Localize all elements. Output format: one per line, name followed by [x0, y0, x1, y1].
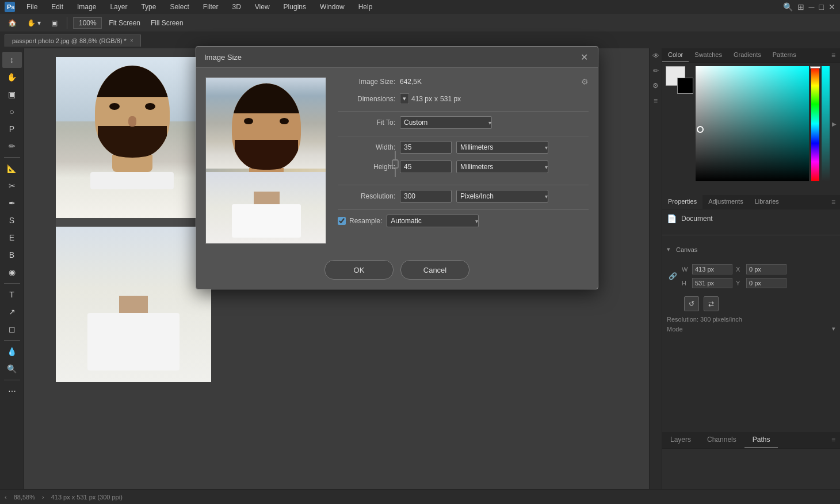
close-btn[interactable]: ✕: [828, 2, 835, 12]
preview-hair: [232, 83, 301, 113]
clone-stamp-tool[interactable]: E: [2, 230, 22, 246]
magic-wand-tool[interactable]: ✏: [2, 138, 22, 154]
hand-tool[interactable]: ✋: [2, 69, 22, 85]
libraries-tab[interactable]: Libraries: [749, 195, 785, 209]
fit-screen-btn[interactable]: Fit Screen: [105, 17, 144, 29]
layers-tab[interactable]: Layers: [662, 432, 699, 448]
home-btn[interactable]: 🏠: [5, 17, 20, 29]
minimize-btn[interactable]: ─: [809, 2, 815, 12]
hand-tool-btn[interactable]: ✋ ▾: [24, 17, 44, 29]
width-unit-select[interactable]: Millimeters: [456, 141, 548, 154]
width-input[interactable]: [400, 141, 452, 154]
preview-bottom-person: [232, 192, 301, 238]
select-ellipse-tool[interactable]: ○: [2, 104, 22, 120]
patterns-tab[interactable]: Patterns: [767, 48, 802, 62]
svg-rect-2: [392, 160, 398, 168]
gradient-tool[interactable]: ◉: [2, 264, 22, 280]
channels-tab[interactable]: Channels: [699, 432, 744, 448]
zoom-input[interactable]: [73, 17, 102, 29]
menu-type[interactable]: Type: [139, 2, 158, 12]
brush-tool[interactable]: S: [2, 212, 22, 228]
status-nav-right[interactable]: ›: [42, 494, 44, 501]
resolution-unit-select[interactable]: Pixels/Inch: [456, 190, 548, 203]
gear-icon[interactable]: ⚙: [581, 77, 589, 86]
canvas-flip-icon[interactable]: ⇄: [704, 296, 719, 311]
move-tool[interactable]: ↕: [2, 52, 22, 68]
canvas-width-input[interactable]: [692, 264, 732, 274]
eraser-tool[interactable]: B: [2, 247, 22, 263]
resample-checkbox[interactable]: [338, 217, 346, 225]
document-tab[interactable]: passport photo 2.jpg @ 88,6% (RGB/8) * ×: [5, 35, 141, 47]
lasso-tool[interactable]: P: [2, 121, 22, 137]
color-expand-arrow[interactable]: ▶: [832, 66, 837, 181]
search-icon[interactable]: 🔍: [783, 2, 793, 12]
canvas-x-input[interactable]: [746, 264, 786, 274]
menu-view[interactable]: View: [253, 2, 272, 12]
menu-window[interactable]: Window: [318, 2, 347, 12]
status-nav-left[interactable]: ‹: [5, 494, 7, 501]
mode-expand-icon[interactable]: ▾: [832, 325, 835, 333]
menu-select[interactable]: Select: [167, 2, 191, 12]
canvas-height-input[interactable]: [692, 278, 732, 288]
cancel-button[interactable]: Cancel: [400, 260, 469, 280]
properties-tab[interactable]: Properties: [662, 195, 702, 209]
dimensions-dropdown[interactable]: ▾: [400, 93, 409, 104]
maximize-btn[interactable]: □: [819, 2, 824, 12]
zoom-tool[interactable]: 🔍: [2, 361, 22, 377]
swatches-tab[interactable]: Swatches: [689, 48, 728, 62]
dialog-footer: OK Cancel: [196, 253, 598, 289]
height-unit-wrap: Millimeters ▾: [456, 161, 551, 173]
height-unit-select[interactable]: Millimeters: [456, 161, 548, 173]
healing-tool[interactable]: ✒: [2, 195, 22, 211]
path-selection-tool[interactable]: ↗: [2, 304, 22, 320]
canvas-title[interactable]: ▾ Canvas: [667, 243, 835, 255]
eyedropper-tool[interactable]: ✂: [2, 178, 22, 194]
text-tool[interactable]: T: [2, 287, 22, 303]
crop-tool[interactable]: 📐: [2, 161, 22, 177]
brush-panel-icon[interactable]: ✏: [651, 66, 661, 76]
gradients-tab[interactable]: Gradients: [728, 48, 767, 62]
layers-more[interactable]: ≡: [827, 432, 840, 448]
adjust-panel-icon[interactable]: ≡: [651, 96, 661, 106]
adjustments-tab[interactable]: Adjustments: [702, 195, 749, 209]
menu-plugins[interactable]: Plugins: [281, 2, 308, 12]
preview-beard: [235, 140, 298, 170]
resolution-input[interactable]: [400, 190, 452, 203]
ok-button[interactable]: OK: [324, 260, 394, 280]
arrange-btn[interactable]: ▣: [48, 17, 61, 29]
shape-tool[interactable]: ◻: [2, 321, 22, 337]
menu-file[interactable]: File: [24, 2, 40, 12]
paths-tab[interactable]: Paths: [744, 432, 778, 448]
color-gradient-picker[interactable]: [696, 66, 809, 181]
menu-3d[interactable]: 3D: [230, 2, 243, 12]
arrange-icon[interactable]: ⊞: [797, 2, 804, 12]
dialog-close-btn[interactable]: ✕: [578, 51, 590, 63]
color-tab[interactable]: Color: [662, 48, 689, 62]
canvas-width-row: W X: [682, 264, 786, 274]
settings-panel-icon[interactable]: ⚙: [651, 81, 661, 91]
mode-label: Mode: [667, 326, 683, 333]
fill-tool[interactable]: 💧: [2, 343, 22, 360]
menu-image[interactable]: Image: [75, 2, 98, 12]
menu-filter[interactable]: Filter: [201, 2, 221, 12]
menu-help[interactable]: Help: [356, 2, 375, 12]
canvas-y-input[interactable]: [746, 278, 786, 288]
alpha-slider[interactable]: [822, 66, 830, 181]
prop-panel-more[interactable]: ≡: [827, 195, 840, 209]
select-rect-tool[interactable]: ▣: [2, 86, 22, 102]
menu-edit[interactable]: Edit: [49, 2, 66, 12]
more-tools-btn[interactable]: ⋯: [2, 383, 22, 399]
background-swatch[interactable]: [677, 78, 693, 94]
eyedropper-panel-icon[interactable]: 👁: [651, 51, 661, 61]
fill-screen-btn[interactable]: Fill Screen: [147, 17, 187, 29]
resolution-display: Resolution: 300 pixels/inch: [667, 316, 835, 323]
left-toolbar: ↕ ✋ ▣ ○ P ✏ 📐 ✂ ✒ S E B ◉ T ↗ ◻ 💧 🔍 ⋯: [0, 48, 24, 489]
color-panel-more[interactable]: ≡: [827, 48, 840, 62]
tab-close-btn[interactable]: ×: [130, 37, 133, 44]
hue-slider[interactable]: [811, 66, 819, 181]
menu-layer[interactable]: Layer: [108, 2, 129, 12]
resample-method-select[interactable]: Automatic: [387, 215, 479, 227]
fit-to-select[interactable]: Custom: [400, 116, 492, 129]
height-input[interactable]: [400, 161, 452, 173]
canvas-rotate-icon[interactable]: ↺: [684, 296, 699, 311]
